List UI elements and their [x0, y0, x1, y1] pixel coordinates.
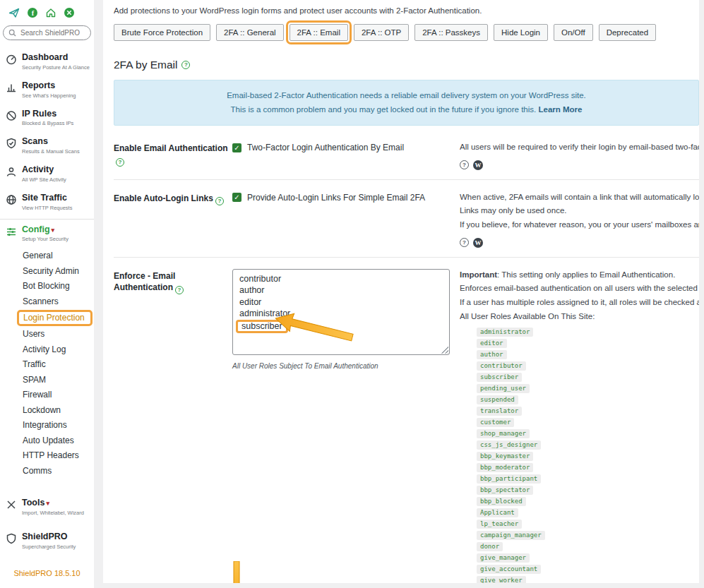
config-submenu-item[interactable]: Traffic: [23, 357, 94, 373]
role-badge-row: give_accountant: [477, 564, 699, 574]
tab[interactable]: Hide Login: [494, 24, 548, 41]
config-submenu-item[interactable]: Users: [23, 327, 94, 342]
config-submenu-item[interactable]: Integrations: [23, 418, 94, 433]
role-badge: editor: [477, 339, 507, 349]
tab[interactable]: On/Off: [554, 24, 593, 41]
select-option[interactable]: author: [239, 284, 443, 296]
dismiss-icon[interactable]: [64, 7, 75, 18]
role-badge: bbp_participant: [477, 474, 541, 484]
setting-row-enable-email: Enable Email Authentication? ✓ Two-Facto…: [114, 130, 699, 179]
sidebar-item-activity[interactable]: Activity All WP Site Activity: [0, 160, 94, 188]
search-icon: [8, 29, 16, 37]
send-icon[interactable]: [8, 7, 20, 18]
sidebar-item-title: Config: [22, 224, 50, 234]
role-badge: bbp_spectator: [477, 486, 533, 496]
question-icon[interactable]: ?: [460, 160, 469, 169]
tab[interactable]: Deprecated: [599, 24, 656, 41]
config-submenu-item[interactable]: Security Admin: [23, 264, 94, 280]
question-icon[interactable]: ?: [460, 238, 469, 247]
bottom-gutter: [94, 583, 704, 588]
main-content: Add protections to your WordPress login …: [103, 0, 699, 588]
sidebar-item-subtitle: Supercharged Security: [22, 544, 76, 550]
tools-icon: [6, 499, 17, 510]
setting-row-enforce: Enforce - Email Authentication? contribu…: [114, 257, 699, 588]
setting-label: Enable Email Authentication: [114, 143, 228, 153]
sidebar-item-config[interactable]: Config▾ Setup Your Security: [0, 219, 94, 248]
sidebar-item-title: Dashboard: [22, 53, 90, 63]
wordpress-icon[interactable]: W: [473, 160, 483, 170]
role-badge-row: shop_manager: [477, 428, 699, 438]
select-caption: All User Roles Subject To Email Authenti…: [232, 362, 460, 370]
sidebar-item-subtitle: Security Posture At A Glance: [22, 64, 90, 71]
config-submenu-item[interactable]: Scanners: [23, 294, 94, 310]
sidebar-item-tools[interactable]: Tools▾ Import, Whitelabel, Wizard: [0, 493, 94, 521]
config-submenu-item[interactable]: Firewall: [23, 388, 94, 403]
wordpress-icon[interactable]: W: [473, 238, 483, 248]
select-option-label: author: [239, 285, 264, 295]
search-input[interactable]: [19, 28, 85, 37]
sidebar-item-subtitle: View HTTP Requests: [22, 205, 72, 211]
help-icon[interactable]: ?: [116, 158, 124, 167]
tab[interactable]: Brute Force Protection: [114, 24, 210, 41]
chart-icon: [6, 82, 17, 93]
help-text: Links may only be used once.: [460, 205, 699, 217]
ban-icon: [6, 110, 17, 121]
sidebar-item-scans[interactable]: Scans Results & Manual Scans: [0, 131, 94, 160]
role-badge: author: [477, 350, 507, 360]
help-icon[interactable]: ?: [175, 286, 184, 294]
config-submenu-item[interactable]: Bot Blocking: [23, 279, 94, 294]
help-icon[interactable]: ?: [181, 61, 190, 69]
config-submenu-item[interactable]: Login Protection: [17, 310, 93, 326]
sidebar-item-subtitle: Results & Manual Scans: [22, 148, 80, 155]
sidebar-item-subtitle: Blocked & Bypass IPs: [22, 120, 73, 126]
tab[interactable]: 2FA :: General: [216, 24, 284, 41]
sidebar-item-dashboard[interactable]: Dashboard Security Posture At A Glance: [0, 47, 94, 76]
select-option-label: administrator: [239, 308, 290, 318]
home-icon[interactable]: [45, 7, 56, 18]
config-submenu-item[interactable]: HTTP Headers: [23, 448, 94, 464]
right-gutter: [699, 0, 704, 588]
help-icon[interactable]: ?: [215, 197, 224, 205]
help-text: Enforces email-based authentication on a…: [460, 282, 699, 294]
role-badge: translator: [477, 407, 522, 416]
select-option[interactable]: administrator: [239, 308, 443, 320]
tab[interactable]: 2FA :: Email: [290, 24, 348, 41]
role-badge: bbp_keymaster: [477, 452, 533, 462]
role-badge-row: author: [477, 349, 699, 359]
checkbox-auto-login[interactable]: ✓: [232, 193, 241, 202]
roles-multiselect[interactable]: contributorauthoreditoradministratorsubs…: [232, 269, 450, 355]
select-option[interactable]: editor: [239, 296, 443, 308]
tab[interactable]: 2FA :: Passkeys: [414, 24, 488, 41]
config-submenu-item[interactable]: Auto Updates: [23, 433, 94, 449]
config-submenu-item[interactable]: Comms: [23, 464, 94, 479]
sidebar-item-subtitle: Import, Whitelabel, Wizard: [22, 510, 84, 516]
learn-more-link[interactable]: Learn More: [538, 105, 582, 114]
sidebar-item-ip-rules[interactable]: IP Rules Blocked & Bypass IPs: [0, 104, 94, 132]
sidebar-item-title: IP Rules: [22, 109, 73, 119]
sidebar-item-site-traffic[interactable]: Site Traffic View HTTP Requests: [0, 188, 94, 216]
checkbox-enable-email[interactable]: ✓: [232, 143, 241, 152]
config-submenu-item[interactable]: General: [23, 248, 94, 264]
role-badge: contributor: [477, 361, 526, 371]
role-badge: lp_teacher: [477, 520, 522, 529]
role-badge: give_manager: [477, 553, 530, 563]
setting-label: Enforce - Email Authentication: [114, 271, 175, 292]
banner-line2: This is a common problem and you may get…: [231, 105, 537, 114]
role-badge: shop_manager: [477, 429, 530, 439]
facebook-icon[interactable]: f: [27, 7, 38, 18]
select-option[interactable]: subscriber: [239, 320, 443, 333]
version-link[interactable]: ShieldPRO 18.5.10: [0, 569, 94, 577]
resize-grip[interactable]: [441, 346, 448, 354]
role-badge-row: subscriber: [477, 372, 699, 382]
config-submenu-item[interactable]: Activity Log: [23, 342, 94, 358]
config-submenu-item[interactable]: SPAM: [23, 373, 94, 388]
sidebar-item-shieldpro[interactable]: ShieldPRO Supercharged Security: [0, 527, 94, 555]
sidebar-item-reports[interactable]: Reports See What's Happening: [0, 76, 94, 104]
select-option[interactable]: contributor: [239, 273, 443, 285]
config-submenu-item[interactable]: Lockdown: [23, 403, 94, 419]
role-badge: administrator: [477, 328, 533, 337]
tab[interactable]: 2FA :: OTP: [354, 24, 409, 41]
role-badge: give_accountant: [477, 565, 541, 575]
role-badge-row: campaign_manager: [477, 530, 699, 540]
help-text: All users will be required to verify the…: [460, 141, 699, 153]
